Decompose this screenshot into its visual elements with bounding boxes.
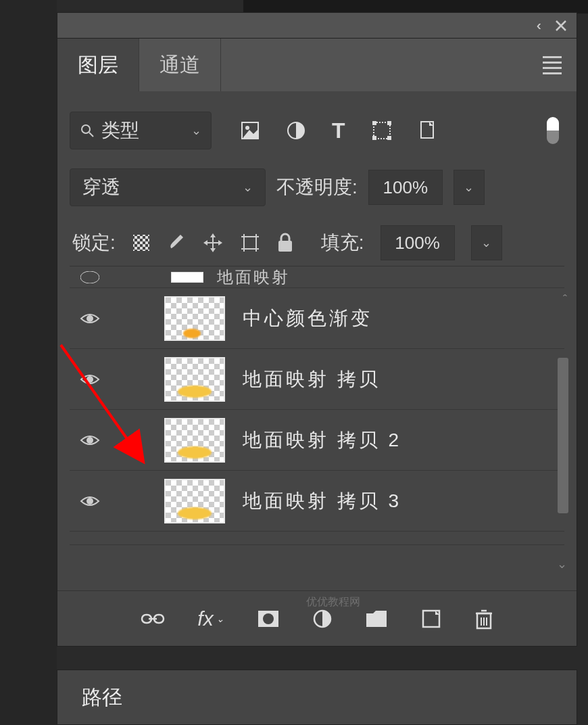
layer-row[interactable]: 地面映射 [70,266,564,288]
lock-label: 锁定: [72,230,116,256]
chevron-down-icon: ⌄ [243,180,253,195]
lock-all-icon[interactable] [276,233,294,253]
layer-list: 地面映射 中心颜色渐变 地面映射 拷贝 [70,266,564,545]
svg-point-29 [263,613,274,624]
search-icon [80,123,95,138]
layer-row [70,532,564,545]
collapse-icon[interactable]: ‹‹ [537,18,537,33]
new-layer-icon[interactable] [420,608,442,630]
paths-label: 路径 [82,684,122,711]
layer-thumbnail [164,479,225,523]
svg-point-22 [87,376,93,383]
svg-point-21 [87,315,93,322]
mask-icon[interactable] [257,609,280,628]
filter-pixel-icon[interactable] [240,120,260,141]
layer-name[interactable]: 地面映射 拷贝 [243,367,381,392]
visibility-icon[interactable] [80,271,99,283]
paths-panel-tab[interactable]: 路径 [57,670,577,725]
layer-row[interactable]: 地面映射 拷贝 2 [70,410,564,471]
filter-type-select[interactable]: 类型 ⌄ [70,112,212,149]
layer-thumbnail [171,272,203,283]
svg-rect-19 [278,241,292,252]
lock-brush-icon[interactable] [167,233,186,252]
fill-chevron[interactable]: ⌄ [471,225,502,260]
layer-name[interactable]: 中心颜色渐变 [243,306,372,331]
link-icon[interactable] [141,612,165,626]
svg-rect-11 [133,235,149,251]
blend-mode-select[interactable]: 穿透 ⌄ [70,168,266,206]
layer-name[interactable]: 地面映射 拷贝 3 [243,488,401,514]
svg-point-24 [87,498,93,505]
filter-text-icon[interactable]: T [332,118,345,143]
filter-label: 类型 [101,118,139,143]
layer-row[interactable]: 中心颜色渐变 [70,288,564,349]
visibility-icon[interactable] [80,312,100,325]
folder-icon[interactable] [365,609,388,628]
fill-input[interactable]: 100% [381,225,455,260]
adjustment-icon[interactable] [312,609,333,629]
lock-position-icon[interactable] [202,232,224,254]
trash-icon[interactable] [474,608,493,630]
svg-rect-7 [372,136,376,140]
layer-thumbnail [164,296,225,341]
lock-artboard-icon[interactable] [240,233,260,253]
svg-rect-8 [387,136,391,140]
scroll-up-icon[interactable]: ˆ [563,293,567,307]
svg-rect-6 [387,121,391,125]
blend-mode-value: 穿透 [82,174,120,200]
svg-rect-5 [372,121,376,125]
filter-adjustment-icon[interactable] [286,120,306,141]
fx-icon[interactable]: fx⌄ [197,607,224,630]
layer-name[interactable]: 地面映射 [217,266,290,288]
layer-thumbnail [164,357,225,402]
chevron-down-icon: ⌄ [191,123,201,138]
layer-name[interactable]: 地面映射 拷贝 2 [243,427,401,453]
filter-smart-icon[interactable] [418,120,439,141]
visibility-icon[interactable] [80,494,100,508]
svg-rect-14 [244,237,256,249]
close-icon[interactable] [554,18,568,33]
layer-thumbnail [164,418,225,463]
svg-point-2 [245,126,249,130]
fill-label: 填充: [321,230,364,256]
layer-row[interactable]: 地面映射 拷贝 [70,349,564,410]
tab-layers[interactable]: 图层 [57,39,139,91]
scrollbar-thumb[interactable] [558,358,568,513]
visibility-icon[interactable] [80,373,100,386]
watermark: 优优教程网 [306,595,360,609]
svg-point-0 [82,125,90,133]
filter-shape-icon[interactable] [371,120,393,141]
filter-toggle[interactable] [547,117,559,144]
layers-panel: ‹‹ 图层 通道 类型 ⌄ [57,12,577,647]
visibility-icon[interactable] [80,434,100,447]
svg-point-23 [87,437,93,444]
opacity-label: 不透明度: [276,174,358,200]
layer-footer: fx⌄ 优优教程网 [57,590,577,646]
svg-point-20 [80,271,99,283]
layer-row[interactable]: 地面映射 拷贝 3 [70,471,564,532]
opacity-input[interactable]: 100% [368,170,443,205]
panel-menu-icon[interactable] [543,56,562,74]
opacity-chevron[interactable]: ⌄ [454,170,485,205]
scroll-down-icon[interactable]: ⌄ [557,557,567,571]
lock-transparency-icon[interactable] [132,233,151,252]
tab-channels[interactable]: 通道 [139,39,221,91]
